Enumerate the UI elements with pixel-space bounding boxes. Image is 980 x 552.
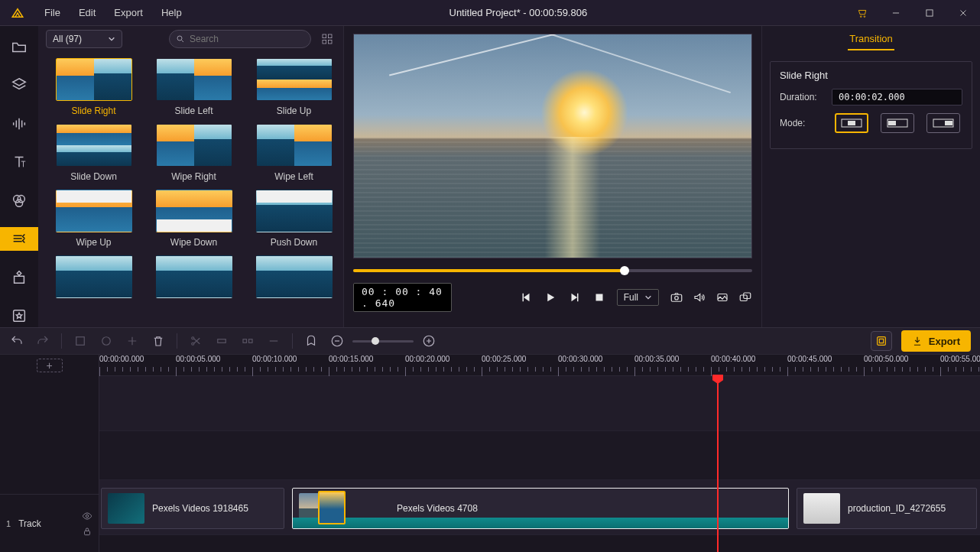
zoom-in-button[interactable] — [421, 333, 436, 349]
nav-text-icon[interactable] — [0, 151, 38, 174]
svg-point-0 — [860, 15, 862, 17]
menu-export[interactable]: Export — [105, 0, 152, 26]
nav-layers-icon[interactable] — [0, 73, 38, 96]
timeline-clip[interactable]: Pexels Videos 1918465 — [101, 488, 284, 529]
export-button[interactable]: Export — [901, 330, 971, 352]
transition-item[interactable] — [149, 255, 239, 298]
svg-rect-29 — [243, 339, 247, 343]
detach-preview-button[interactable] — [738, 291, 752, 304]
tool-button[interactable] — [125, 333, 140, 349]
menu-file[interactable]: File — [35, 0, 70, 26]
search-icon — [176, 34, 185, 44]
duration-field[interactable] — [832, 89, 962, 106]
timeline-transition-marker[interactable] — [318, 491, 346, 524]
timeline-toolbar: Export — [0, 327, 980, 355]
properties-tab[interactable]: Transition — [762, 26, 980, 57]
timeline-zoom — [329, 333, 436, 349]
timeline-playhead[interactable] — [717, 376, 719, 552]
track-header[interactable]: 1 Track — [0, 494, 99, 552]
marker-button[interactable] — [303, 333, 319, 349]
category-dropdown[interactable]: All (97) — [46, 30, 122, 48]
nav-favorites-icon[interactable] — [0, 304, 38, 327]
stop-button[interactable] — [592, 291, 606, 304]
timeline-ruler[interactable]: 00:00:00.00000:00:05.00000:00:10.00000:0… — [99, 355, 980, 376]
preview-size-dropdown[interactable]: Full — [617, 289, 659, 306]
timeline-clip[interactable]: production_ID_4272655 — [797, 488, 977, 529]
ruler-label: 00:00:55.000 — [940, 355, 980, 363]
menu-help[interactable]: Help — [152, 0, 191, 26]
nav-elements-icon[interactable] — [0, 266, 38, 289]
redo-button[interactable] — [35, 333, 50, 349]
transition-wipe-left[interactable]: Wipe Left — [249, 124, 339, 182]
properties-panel: Transition Slide Right Duration: Mode: — [761, 26, 980, 327]
tool-button[interactable] — [240, 333, 255, 349]
split-button[interactable] — [188, 333, 203, 349]
delete-button[interactable] — [151, 333, 166, 349]
search-input[interactable] — [190, 34, 304, 44]
mode-prefix-button[interactable] — [881, 113, 914, 133]
nav-filters-icon[interactable] — [0, 189, 38, 212]
nav-media-icon[interactable] — [0, 35, 38, 58]
prev-frame-button[interactable] — [519, 291, 533, 304]
preview-timecode: 00 : 00 : 40 . 640 — [353, 283, 452, 312]
store-icon[interactable] — [845, 0, 879, 26]
minimize-button[interactable] — [879, 0, 913, 26]
transition-wipe-down[interactable]: Wipe Down — [149, 190, 239, 248]
ruler-label: 00:00:30.000 — [558, 355, 602, 363]
transition-label: Wipe Right — [171, 171, 216, 182]
zoom-out-button[interactable] — [329, 333, 345, 349]
timeline-tracks[interactable]: 00:00:00.00000:00:05.00000:00:10.00000:0… — [99, 355, 980, 552]
lock-icon[interactable] — [82, 526, 92, 537]
svg-rect-30 — [249, 339, 253, 343]
svg-point-14 — [675, 297, 679, 300]
preview-viewport[interactable] — [353, 34, 752, 258]
window-title: Untitled Project* - 00:00:59.806 — [191, 7, 845, 18]
render-button[interactable] — [871, 331, 892, 351]
nav-transitions-icon[interactable] — [0, 227, 38, 250]
grid-view-toggle[interactable] — [319, 31, 336, 47]
preview-panel: 00 : 00 : 40 . 640 Full — [344, 26, 761, 327]
transition-slide-down[interactable]: Slide Down — [49, 124, 138, 182]
tool-button[interactable] — [73, 333, 88, 349]
transition-browser: All (97) Slide Right Slide — [38, 26, 344, 327]
maximize-button[interactable] — [913, 0, 946, 26]
snapshot-button[interactable] — [670, 291, 683, 304]
transition-label: Wipe Down — [170, 237, 217, 248]
visibility-icon[interactable] — [82, 511, 92, 521]
export-label: Export — [929, 336, 960, 347]
timeline-clip[interactable]: Pexels Videos 4708 — [292, 488, 789, 529]
close-button[interactable] — [946, 0, 980, 26]
svg-rect-13 — [671, 294, 682, 301]
tool-button[interactable] — [266, 333, 281, 349]
transition-label: Wipe Left — [274, 171, 313, 182]
search-box[interactable] — [169, 30, 311, 48]
next-frame-button[interactable] — [568, 291, 582, 304]
transition-push-down[interactable]: Push Down — [249, 190, 339, 248]
zoom-slider[interactable] — [352, 340, 414, 343]
menu-edit[interactable]: Edit — [70, 0, 105, 26]
volume-button[interactable] — [693, 291, 706, 304]
transition-label: Slide Right — [71, 106, 115, 116]
ruler-label: 00:00:20.000 — [405, 355, 449, 363]
svg-rect-9 — [328, 34, 332, 38]
transition-slide-up[interactable]: Slide Up — [249, 58, 339, 116]
undo-button[interactable] — [9, 333, 24, 349]
tool-button[interactable] — [99, 333, 114, 349]
frame-export-button[interactable] — [716, 291, 729, 304]
nav-audio-icon[interactable] — [0, 112, 38, 135]
transition-wipe-right[interactable]: Wipe Right — [149, 124, 239, 182]
export-icon — [912, 336, 923, 346]
ruler-label: 00:00:50.000 — [864, 355, 908, 363]
preview-progress[interactable] — [353, 269, 752, 272]
transition-item[interactable] — [249, 255, 339, 298]
tool-button[interactable] — [214, 333, 229, 349]
add-track-button[interactable]: + — [37, 359, 63, 372]
mode-overlap-button[interactable] — [835, 113, 868, 133]
transition-item[interactable] — [49, 255, 138, 298]
transition-slide-left[interactable]: Slide Left — [149, 58, 239, 116]
transition-slide-right[interactable]: Slide Right — [49, 58, 138, 116]
transition-wipe-up[interactable]: Wipe Up — [49, 190, 138, 248]
mode-postfix-button[interactable] — [926, 113, 960, 133]
title-bar: File Edit Export Help Untitled Project* … — [0, 0, 980, 26]
play-button[interactable] — [544, 291, 557, 304]
